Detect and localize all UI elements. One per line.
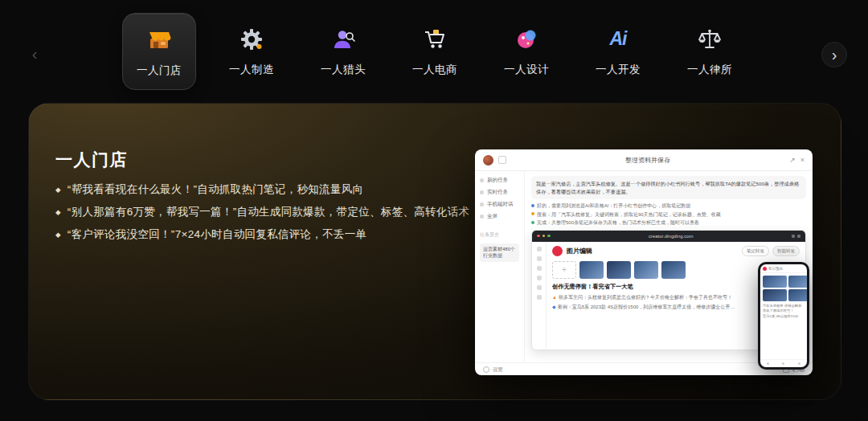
phone-icon <box>480 202 484 206</box>
settings-icon <box>483 366 489 373</box>
gear-icon <box>237 25 266 54</box>
settings-label: 设置 <box>493 366 502 374</box>
rail-home-icon <box>537 247 542 251</box>
fullscreen-icon <box>480 215 484 219</box>
chat-reply: 好的，需要用到浏览器AI和表格AI：打开小红书创作中心，抓取笔记数据 <box>531 202 806 209</box>
chat-reply: 搜索：用「汽车头枕修复」关键词检索，抓取近90天热门笔记，记录标题、点赞、收藏 <box>531 211 806 218</box>
traffic-light-green-icon <box>547 235 551 238</box>
close-icon: × <box>800 157 805 164</box>
tab-one-person-design[interactable]: 一人设计 <box>490 13 563 88</box>
tab-label: 一人电商 <box>412 63 457 77</box>
carousel-next-button[interactable]: › <box>821 42 847 67</box>
avatar <box>483 155 493 166</box>
bullet-text: “帮我看看现在什么最火！”自动抓取热门笔记，秒知流量风向 <box>68 182 363 197</box>
share-icon <box>498 156 506 164</box>
traffic-light-red-icon <box>537 235 540 238</box>
home-icon <box>767 362 769 365</box>
browser-profile-icon <box>797 235 800 238</box>
image-thumbnail <box>763 289 787 301</box>
chat-user-message: 我是一家汽修店，主营汽车头枕修复。这是一个做得很好的小红书同行账号，帮我抓取TA… <box>531 176 806 199</box>
phone-thumbnail-grid <box>760 273 807 304</box>
tab-one-person-lawfirm[interactable]: 一人律所 <box>674 13 746 88</box>
phone-mockup: 笔记预览 汽车头枕修复 价格全解析 学会了再也不吃亏！ 宝马5系 4S店报价15… <box>758 262 809 370</box>
mockup-window-title: 整理资料并保存 <box>511 156 784 165</box>
browser-url: creator.dingding.com <box>553 234 790 239</box>
chevron-right-icon: › <box>832 46 837 64</box>
mockup-sidebar: 新的任务 实时任务 手机端对话 全屏 任务历史 运营素材480个行业数据 <box>475 171 525 362</box>
phone-bottom-bar <box>760 359 807 367</box>
image-thumbnail <box>661 261 686 279</box>
phone-text-line: 宝马5系 4S店报价1500 <box>760 314 807 319</box>
image-thumbnail <box>788 276 807 288</box>
feature-bullet: ◆ “帮我看看现在什么最火！”自动抓取热门笔记，秒知流量风向 <box>55 182 469 197</box>
storefront-icon <box>145 26 174 55</box>
palette-icon <box>512 25 541 54</box>
rail-settings-icon <box>537 295 542 300</box>
post-marker-icon: ▲ <box>552 295 557 300</box>
chevron-left-icon: ‹ <box>32 45 38 63</box>
feature-bullets: ◆ “帮我看看现在什么最火！”自动抓取热门笔记，秒知流量风向 ◆ “别人那篇有6… <box>55 182 469 242</box>
diamond-bullet-icon: ◆ <box>55 208 61 216</box>
sidebar-history-item: 运营素材480个行业数据 <box>480 243 519 262</box>
mockup-titlebar: 整理资料并保存 ↗ × <box>475 149 813 171</box>
headhunter-person-icon <box>329 25 358 54</box>
sidebar-item-live-task: 实时任务 <box>480 189 519 196</box>
profile-icon <box>798 362 800 365</box>
scales-of-justice-icon <box>695 25 724 54</box>
rail-notes-icon <box>537 256 542 261</box>
phone-title: 笔记预览 <box>768 267 783 271</box>
browser-menu-icon <box>792 235 795 238</box>
browser-page-title: 图片编辑 <box>567 247 592 255</box>
message-icon <box>782 362 784 365</box>
bullet-text: “客户评论我没空回！”7×24小时自动回复私信评论，不丢一单 <box>68 227 366 242</box>
rail-tools-icon <box>537 285 542 290</box>
task-icon <box>480 178 484 182</box>
diamond-bullet-icon: ◆ <box>55 186 61 194</box>
chat-replies: 好的，需要用到浏览器AI和表格AI：打开小红书创作中心，抓取笔记数据 搜索：用「… <box>531 202 806 226</box>
sidebar-item-mobile-chat: 手机端对话 <box>480 201 519 208</box>
tab-label: 一人门店 <box>137 63 182 78</box>
app-screenshot-mockup: 整理资料并保存 ↗ × 新的任务 实时任务 手机端对话 <box>475 149 813 375</box>
rail-data-icon <box>537 276 542 280</box>
add-image-tile: + <box>552 261 576 279</box>
image-thumbnail <box>634 261 658 279</box>
carousel-prev-button[interactable]: ‹ <box>23 42 47 66</box>
status-dot-icon <box>531 221 534 224</box>
tab-one-person-manufacturing[interactable]: 一人制造 <box>215 13 288 88</box>
tab-one-person-store[interactable]: 一人门店 <box>122 13 196 90</box>
tab-label: 一人开发 <box>596 63 641 77</box>
browser-pill-buttons: 笔记转发 智能转发 <box>742 246 800 256</box>
image-thumbnail <box>763 276 787 288</box>
tab-one-person-dev[interactable]: Ai 一人开发 <box>582 13 654 88</box>
tab-label: 一人设计 <box>504 63 549 77</box>
post-marker-icon: ◆ <box>552 305 556 309</box>
status-dot-icon <box>531 204 534 207</box>
persona-tab-bar: 一人门店 一人制造 <box>122 13 746 90</box>
panel-title: 一人门店 <box>55 149 128 171</box>
sidebar-section-label: 任务历史 <box>480 231 519 239</box>
phone-header: 笔记预览 <box>760 264 807 273</box>
tab-label: 一人律所 <box>687 63 732 77</box>
tab-label: 一人猎头 <box>321 63 366 77</box>
task-icon <box>480 190 484 194</box>
status-dot-icon <box>531 212 534 215</box>
chat-reply: 完成：共整理500条笔记并保存为表格，热门话术分析已生成，随时可以查看 <box>531 219 806 226</box>
feature-bullet: ◆ “客户评论我没空回！”7×24小时自动回复私信评论，不丢一单 <box>55 227 469 242</box>
phone-screen: 笔记预览 汽车头枕修复 价格全解析 学会了再也不吃亏！ 宝马5系 4S店报价15… <box>760 264 807 367</box>
red-logo-icon <box>763 267 767 271</box>
rail-inbox-icon <box>537 266 542 271</box>
image-thumbnail <box>607 261 631 279</box>
ai-icon: Ai <box>604 25 633 54</box>
pill-note-forward: 笔记转发 <box>742 246 769 256</box>
browser-icon-rail <box>532 242 547 349</box>
traffic-light-yellow-icon <box>542 235 546 238</box>
feature-bullet: ◆ “别人那篇有6万赞，帮我写一篇！”自动生成同款爆款，带定位、标签、高转化话术 <box>55 205 469 219</box>
shopping-cart-icon <box>420 25 449 54</box>
pill-smart-forward: 智能转发 <box>772 246 800 256</box>
image-thumbnail <box>579 261 604 279</box>
browser-chrome-bar: creator.dingding.com <box>532 231 805 242</box>
expand-icon: ↗ <box>789 157 796 164</box>
tab-one-person-ecommerce[interactable]: 一人电商 <box>399 13 471 88</box>
bullet-text: “别人那篇有6万赞，帮我写一篇！”自动生成同款爆款，带定位、标签、高转化话术 <box>68 205 469 219</box>
tab-one-person-headhunter[interactable]: 一人猎头 <box>307 13 379 88</box>
